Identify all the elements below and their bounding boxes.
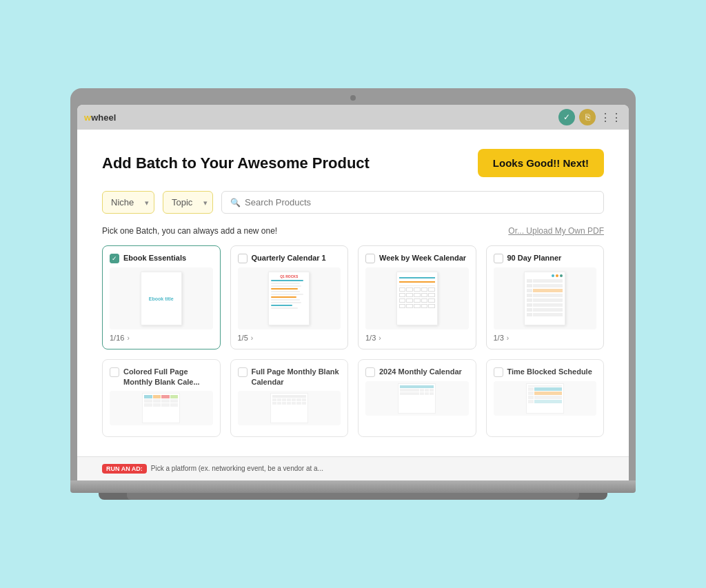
batch-preview-2024 xyxy=(365,381,469,416)
card-header: Week by Week Calendar xyxy=(365,253,469,263)
copy-icon[interactable]: ⎘ xyxy=(579,109,596,125)
batch-title-2024: 2024 Monthly Calendar xyxy=(379,367,462,376)
upload-pdf-link[interactable]: Or... Upload My Own PDF xyxy=(508,226,604,236)
batch-card-timeblocked[interactable]: Time Blocked Schedule xyxy=(486,359,605,437)
page-title: Add Batch to Your Awesome Product xyxy=(102,154,370,172)
search-icon: 🔍 xyxy=(230,198,241,207)
batch-title-ebook: Ebook Essentials xyxy=(123,253,186,263)
browser-logo: wwheel xyxy=(84,112,116,123)
screen-bezel: wwheel ✓ ⎘ ⋮⋮ Add Batch to Your Awesome … xyxy=(70,88,636,480)
batch-preview-week xyxy=(365,267,469,330)
batch-card-quarterly[interactable]: Quarterly Calendar 1 Q1 ROCKS xyxy=(230,245,349,349)
browser-icons: ✓ ⎘ ⋮⋮ xyxy=(558,109,622,125)
batch-preview-quarterly: Q1 ROCKS xyxy=(238,267,341,330)
batch-title-quarterly: Quarterly Calendar 1 xyxy=(252,253,326,263)
batch-checkbox-planner[interactable] xyxy=(494,254,503,263)
batch-checkbox-fullpage[interactable] xyxy=(238,367,248,377)
batch-card-2024[interactable]: 2024 Monthly Calendar xyxy=(358,359,476,437)
card-header: ✓ Ebook Essentials xyxy=(110,253,213,263)
batch-pagination-planner: 1/3 › xyxy=(494,334,597,342)
batch-preview-timeblocked xyxy=(494,381,597,416)
batch-checkbox-quarterly[interactable] xyxy=(238,254,248,263)
laptop-screen: wwheel ✓ ⎘ ⋮⋮ Add Batch to Your Awesome … xyxy=(77,105,629,480)
bottom-bar: RUN AN AD: Pick a platform (ex. networki… xyxy=(77,456,629,480)
browser-bar: wwheel ✓ ⎘ ⋮⋮ xyxy=(77,105,629,130)
app-content: Add Batch to Your Awesome Product Looks … xyxy=(77,130,629,456)
topic-select[interactable]: Topic xyxy=(163,191,213,214)
section-meta: Pick one Batch, you can always add a new… xyxy=(102,226,604,236)
looks-good-button[interactable]: Looks Good!! Next! xyxy=(478,149,604,177)
pagination-arrow[interactable]: › xyxy=(379,334,381,342)
card-header: Colored Full Page Monthly Blank Cale... xyxy=(110,367,213,387)
batch-card-planner[interactable]: 90 Day Planner xyxy=(486,245,605,349)
card-header: 2024 Monthly Calendar xyxy=(365,367,469,377)
batch-title-week: Week by Week Calendar xyxy=(379,253,466,263)
batch-pagination-quarterly: 1/5 › xyxy=(238,334,341,342)
batch-checkbox-week[interactable] xyxy=(365,254,375,263)
batch-title-fullpage: Full Page Monthly Blank Calendar xyxy=(252,367,341,387)
run-ad-badge: RUN AN AD: xyxy=(102,464,147,474)
batch-card-colored[interactable]: Colored Full Page Monthly Blank Cale... xyxy=(102,359,221,437)
search-input[interactable] xyxy=(245,197,595,207)
batch-title-colored: Colored Full Page Monthly Blank Cale... xyxy=(123,367,213,387)
topic-select-wrapper: Topic xyxy=(163,191,213,214)
batch-grid: ✓ Ebook Essentials Ebook title 1/16 › xyxy=(102,245,604,437)
batch-checkbox-2024[interactable] xyxy=(365,367,375,377)
card-header: Time Blocked Schedule xyxy=(494,367,597,377)
pagination-arrow[interactable]: › xyxy=(251,334,253,342)
batch-card-fullpage[interactable]: Full Page Monthly Blank Calendar xyxy=(230,359,349,437)
batch-checkbox-ebook[interactable]: ✓ xyxy=(110,254,119,263)
batch-pagination-week: 1/3 › xyxy=(365,334,469,342)
grid-icon[interactable]: ⋮⋮ xyxy=(600,111,622,124)
pick-instruction: Pick one Batch, you can always add a new… xyxy=(102,226,277,236)
batch-preview-colored xyxy=(110,391,213,425)
batch-checkbox-colored[interactable] xyxy=(110,367,119,377)
filters-row: Niche Topic 🔍 xyxy=(102,191,604,214)
batch-preview-planner xyxy=(494,267,597,330)
search-box: 🔍 xyxy=(221,191,604,214)
batch-preview-fullpage xyxy=(238,391,341,425)
card-header: Full Page Monthly Blank Calendar xyxy=(238,367,341,387)
page-header: Add Batch to Your Awesome Product Looks … xyxy=(102,149,604,177)
pagination-arrow[interactable]: › xyxy=(127,334,129,342)
bottom-bar-text: Pick a platform (ex. networking event, b… xyxy=(151,465,323,472)
pagination-arrow[interactable]: › xyxy=(507,334,509,342)
niche-select-wrapper: Niche xyxy=(102,191,154,214)
laptop-base xyxy=(70,480,636,493)
batch-title-timeblocked: Time Blocked Schedule xyxy=(507,367,592,376)
batch-card-ebook[interactable]: ✓ Ebook Essentials Ebook title 1/16 › xyxy=(102,245,221,349)
niche-select[interactable]: Niche xyxy=(102,191,154,214)
camera xyxy=(350,95,356,101)
check-icon[interactable]: ✓ xyxy=(558,109,575,125)
batch-card-week[interactable]: Week by Week Calendar xyxy=(358,245,476,349)
card-header: 90 Day Planner xyxy=(494,253,597,263)
laptop-wrapper: wwheel ✓ ⎘ ⋮⋮ Add Batch to Your Awesome … xyxy=(70,88,636,500)
card-header: Quarterly Calendar 1 xyxy=(238,253,341,263)
batch-title-planner: 90 Day Planner xyxy=(507,253,562,263)
batch-preview-ebook: Ebook title xyxy=(110,267,213,330)
batch-pagination-ebook: 1/16 › xyxy=(110,334,213,342)
batch-checkbox-timeblocked[interactable] xyxy=(494,367,503,377)
